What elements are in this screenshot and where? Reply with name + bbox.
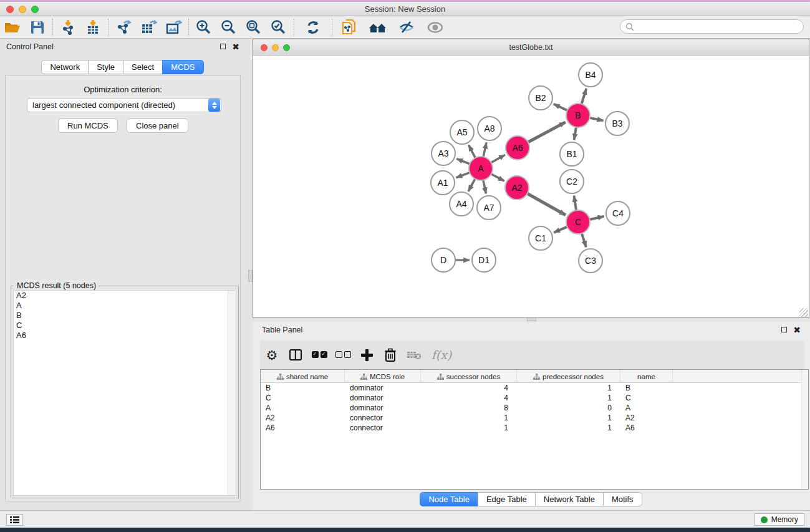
deselect-all-columns-button[interactable] <box>331 342 355 367</box>
graph-node-D1[interactable]: D1 <box>472 248 496 272</box>
refresh-button[interactable] <box>297 17 329 37</box>
delete-table-button[interactable] <box>402 342 426 367</box>
close-panel-icon[interactable]: ✖ <box>232 42 239 51</box>
zoom-fit-button[interactable] <box>241 17 266 37</box>
zoom-network-button[interactable] <box>283 44 290 51</box>
column-header-predecessor-nodes[interactable]: predecessor nodes <box>517 370 620 383</box>
hide-graphics-details-button[interactable] <box>392 17 421 37</box>
column-header-mcds-role[interactable]: MCDS role <box>345 370 421 383</box>
graph-node-A8[interactable]: A8 <box>478 117 501 140</box>
zoom-selected-button[interactable] <box>266 17 291 37</box>
graph-node-A5[interactable]: A5 <box>450 120 474 144</box>
column-header-shared-name[interactable]: shared name <box>261 370 345 383</box>
graph-node-D[interactable]: D <box>432 248 455 272</box>
graph-edge-C-C1[interactable] <box>554 227 567 233</box>
table-row[interactable]: Adominator80A <box>261 403 808 413</box>
show-columns-button[interactable] <box>284 342 307 367</box>
graph-node-B[interactable]: B <box>566 104 590 127</box>
graph-node-A3[interactable]: A3 <box>432 142 455 165</box>
network-canvas[interactable]: B4B2BB3A5A8A6B1A3AC2A1A2A4A7C4CC1C3DD1 <box>253 56 809 317</box>
tab-style[interactable]: Style <box>88 60 123 74</box>
column-header-name[interactable]: name <box>620 370 673 383</box>
export-table-button[interactable] <box>136 17 161 37</box>
column-header-successor-nodes[interactable]: successor nodes <box>421 370 517 383</box>
tab-motifs[interactable]: Motifs <box>603 492 642 506</box>
table-row[interactable]: A2connector11A2 <box>261 413 808 423</box>
float-table-panel-icon[interactable] <box>781 326 787 334</box>
optimization-criterion-select[interactable]: largest connected component (directed) <box>27 98 221 112</box>
graph-edge-B-B4[interactable] <box>582 89 587 104</box>
graph-edge-A-A7[interactable] <box>483 180 486 194</box>
graph-node-C3[interactable]: C3 <box>579 249 602 273</box>
run-mcds-button[interactable]: Run MCDS <box>58 118 118 133</box>
table-row[interactable]: Cdominator41C <box>261 393 808 403</box>
graph-node-C[interactable]: C <box>566 210 590 234</box>
result-item[interactable]: B <box>14 311 236 321</box>
home-button[interactable] <box>364 17 392 37</box>
graph-edge-A-A1[interactable] <box>456 173 470 178</box>
window-resize-grip[interactable] <box>799 308 808 317</box>
graph-node-A1[interactable]: A1 <box>431 171 455 195</box>
result-item[interactable]: C <box>14 321 236 331</box>
graph-edge-C-C4[interactable] <box>590 216 604 220</box>
tab-node-table[interactable]: Node Table <box>420 492 478 506</box>
function-builder-button[interactable]: f(x) <box>426 342 457 367</box>
tab-edge-table[interactable]: Edge Table <box>478 492 536 506</box>
zoom-window-button[interactable] <box>31 6 39 13</box>
graph-node-B1[interactable]: B1 <box>560 142 584 166</box>
close-window-button[interactable] <box>6 6 14 13</box>
tab-network-table[interactable]: Network Table <box>535 492 604 506</box>
zoom-in-button[interactable] <box>191 17 216 37</box>
result-scrollbar[interactable] <box>228 291 236 495</box>
minimize-window-button[interactable] <box>19 6 26 13</box>
graph-edge-B-B3[interactable] <box>590 118 604 121</box>
graph-edge-A-A5[interactable] <box>469 145 476 158</box>
graph-node-C4[interactable]: C4 <box>606 201 630 225</box>
graph-edge-B-B1[interactable] <box>574 127 576 140</box>
result-item[interactable]: A6 <box>14 331 236 341</box>
import-table-button[interactable] <box>80 17 105 37</box>
graph-node-B3[interactable]: B3 <box>605 112 629 135</box>
close-panel-button[interactable]: Close panel <box>127 118 188 133</box>
graph-edge-B-B2[interactable] <box>554 104 567 110</box>
float-panel-icon[interactable] <box>220 43 226 51</box>
graph-node-A6[interactable]: A6 <box>506 136 529 160</box>
tab-network[interactable]: Network <box>41 60 89 74</box>
graph-edge-A-A8[interactable] <box>483 142 486 157</box>
export-network-button[interactable] <box>111 17 136 37</box>
panel-splitter-handle[interactable] <box>248 270 253 282</box>
table-row[interactable]: A6connector11A6 <box>261 423 808 433</box>
minimize-network-button[interactable] <box>272 44 279 51</box>
graph-node-B4[interactable]: B4 <box>579 63 602 87</box>
table-row[interactable]: Bdominator41B <box>261 383 808 393</box>
graph-node-A4[interactable]: A4 <box>450 192 473 216</box>
select-all-columns-button[interactable] <box>307 342 331 367</box>
show-graphics-details-button[interactable] <box>421 17 450 37</box>
table-settings-button[interactable]: ⚙ <box>260 342 284 367</box>
delete-row-button[interactable] <box>378 342 402 367</box>
close-table-panel-icon[interactable]: ✖ <box>793 326 801 334</box>
close-network-button[interactable] <box>261 44 268 51</box>
tab-mcds[interactable]: MCDS <box>162 60 203 74</box>
graph-edge-A-A3[interactable] <box>456 159 470 164</box>
graph-edge-A2-C[interactable] <box>528 193 566 215</box>
graph-edge-A-A2[interactable] <box>491 174 504 181</box>
graph-edge-A6-B[interactable] <box>528 122 566 142</box>
tab-select[interactable]: Select <box>123 60 163 74</box>
save-session-button[interactable] <box>25 17 50 37</box>
memory-button[interactable]: Memory <box>755 513 804 526</box>
graph-node-C2[interactable]: C2 <box>560 170 584 193</box>
add-row-button[interactable] <box>355 342 378 367</box>
network-graph[interactable]: B4B2BB3A5A8A6B1A3AC2A1A2A4A7C4CC1C3DD1 <box>253 56 809 317</box>
graph-node-A[interactable]: A <box>469 157 493 180</box>
duplicate-network-button[interactable] <box>335 17 364 37</box>
import-network-button[interactable] <box>55 17 80 37</box>
export-image-button[interactable] <box>161 17 186 37</box>
open-session-button[interactable] <box>0 17 25 37</box>
graph-node-A2[interactable]: A2 <box>505 176 529 200</box>
table-scrollbar[interactable] <box>801 370 808 489</box>
graph-edge-C-C2[interactable] <box>574 196 576 210</box>
graph-node-B2[interactable]: B2 <box>529 86 552 110</box>
zoom-out-button[interactable] <box>216 17 241 37</box>
search-input[interactable] <box>634 20 803 33</box>
